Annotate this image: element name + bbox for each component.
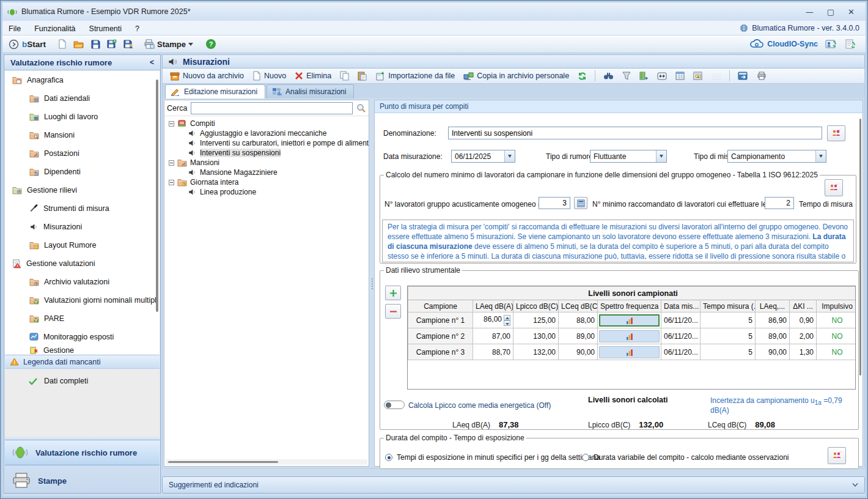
- tree-item-aggiustaggio-e-lavorazioni-meccaniche[interactable]: Aggiustaggio e lavorazioni meccaniche: [167, 128, 369, 138]
- radio-durata-variabile[interactable]: Durata variabile del compito - calcolo m…: [582, 453, 789, 462]
- grid-column-header[interactable]: Data mis...: [661, 300, 701, 312]
- tree-item-interventi-su-carburatori-iniettori-e-po[interactable]: Interventi su carburatori, iniettori e p…: [167, 138, 369, 148]
- refresh-button[interactable]: [575, 70, 589, 82]
- sidebar-item-misurazioni[interactable]: Misurazioni: [5, 218, 160, 236]
- tree-group-giornata-intera[interactable]: Giornata intera: [167, 177, 369, 187]
- sidebar-item-anagrafica[interactable]: Anagrafica: [5, 71, 160, 89]
- data-misurazione-combo[interactable]: 06/11/2025: [451, 150, 515, 163]
- tree-item-linea-produzione[interactable]: Linea produzione: [167, 187, 369, 197]
- grid-column-header[interactable]: ΔKI ...: [790, 300, 817, 312]
- maximize-button[interactable]: ▢: [827, 7, 834, 17]
- status-bar[interactable]: Suggerimenti ed indicazioni: [162, 476, 865, 493]
- spettro-frequenza-button[interactable]: [599, 314, 660, 327]
- radio-on-icon[interactable]: [385, 454, 392, 461]
- nuovo-button[interactable]: Nuovo: [250, 70, 289, 82]
- tipo-misura-combo[interactable]: Campionamento: [727, 150, 826, 163]
- add-row-button[interactable]: [385, 286, 401, 300]
- menu-item-strumenti[interactable]: Strumenti: [89, 24, 122, 33]
- spettro-frequenza-button[interactable]: [599, 330, 660, 342]
- grid-column-header[interactable]: Tempo misura (...: [701, 300, 756, 312]
- durata-workers-button[interactable]: [828, 447, 846, 464]
- sidebar-item-archivio-valutazioni[interactable]: Archivio valutazioni: [5, 273, 160, 291]
- copia-in-archivio-personale-button[interactable]: tCopia in archivio personale: [461, 70, 572, 82]
- sidebar-item-layout-rumore[interactable]: Layout Rumore: [5, 236, 160, 254]
- spettro-frequenza-button[interactable]: [599, 346, 660, 358]
- remove-row-button[interactable]: [385, 304, 401, 319]
- search-icon[interactable]: [356, 103, 366, 113]
- legend-header[interactable]: Legenda dati mancanti: [5, 355, 160, 369]
- paste-button[interactable]: [355, 70, 369, 82]
- table-field-button[interactable]: a: [691, 70, 705, 81]
- chevron-down-icon[interactable]: [852, 481, 858, 489]
- radio-off-icon[interactable]: [582, 454, 589, 461]
- sidebar-collapse-icon[interactable]: <: [150, 58, 154, 67]
- tree-item-mansione-magazziniere[interactable]: Mansione Magazziniere: [167, 168, 369, 177]
- save-button[interactable]: [91, 40, 100, 49]
- print-button[interactable]: [754, 70, 769, 81]
- grid-column-header[interactable]: LCeq dB(C): [559, 300, 598, 312]
- spinner[interactable]: [504, 315, 510, 326]
- sidebar-item-dipendenti[interactable]: Dipendenti: [5, 163, 160, 181]
- close-button[interactable]: ✕: [848, 7, 855, 17]
- sidebar-item-gestione-rilievi[interactable]: Gestione rilievi: [5, 181, 160, 199]
- nuovo-da-archivio-button[interactable]: Nuovo da archivio: [167, 70, 246, 82]
- denominazione-lookup-button[interactable]: [827, 125, 845, 141]
- sidebar-item-luoghi-di-lavoro[interactable]: Luoghi di lavoro: [5, 108, 160, 126]
- radio-tempi-esposizione[interactable]: Tempi di esposizione in minuti specifici…: [385, 453, 600, 462]
- grid-row[interactable]: Campione n° 2 87,00 130,00 89,00 06/11/2…: [408, 328, 856, 344]
- grid-column-header[interactable]: LAeq dB(A): [473, 300, 513, 312]
- sync-document-button[interactable]: [845, 39, 856, 50]
- tree-expander-icon[interactable]: [169, 180, 174, 185]
- sidebar-item-valutazioni-giorni-nominali-multipli[interactable]: Valutazioni giorni nominali multipli: [5, 291, 160, 309]
- sync-profile-button[interactable]: [825, 39, 837, 50]
- menu-item-help[interactable]: ?: [135, 24, 139, 33]
- save-user-button[interactable]: [123, 39, 133, 49]
- laeq-cell[interactable]: 86,00: [473, 312, 513, 328]
- sidebar-item-postazioni[interactable]: Postazioni: [5, 144, 160, 163]
- nav-stampe[interactable]: Stampe: [5, 468, 160, 493]
- tree-group-compiti[interactable]: Compiti: [167, 119, 369, 128]
- sidebar-item-gestione-valutazioni[interactable]: Gestione valutazioni: [5, 254, 160, 273]
- rows-dotted-button[interactable]: [709, 71, 724, 81]
- tipo-rumore-combo[interactable]: Fluttuante: [590, 150, 667, 163]
- minimize-button[interactable]: —: [806, 7, 814, 17]
- folder-open-button[interactable]: [73, 40, 84, 49]
- doc-new-button[interactable]: [58, 39, 67, 49]
- elimina-button[interactable]: Elimina: [292, 70, 334, 81]
- sidebar-item-strumenti-di-misura[interactable]: Strumenti di misura: [5, 199, 160, 218]
- grid-column-header[interactable]: Lpicco dB(C): [513, 300, 559, 312]
- sidebar-scrollbar[interactable]: [156, 79, 158, 312]
- menu-item-funzionalit[interactable]: Funzionalità: [34, 24, 75, 33]
- nmin-input[interactable]: [765, 197, 794, 209]
- grid-export-button[interactable]: [637, 70, 651, 82]
- grid-row[interactable]: Campione n° 1 86,00 125,00 88,00 06/11/2…: [408, 312, 856, 328]
- tree-group-mansioni[interactable]: Mansioni: [167, 158, 369, 168]
- menu-item-file[interactable]: File: [9, 24, 21, 33]
- grid-column-header[interactable]: Spettro frequenza: [598, 300, 661, 312]
- grid-column-header[interactable]: Campione: [408, 300, 473, 312]
- sidebar-item-monitoraggio-esposti[interactable]: Monitoraggio esposti: [5, 328, 160, 346]
- laeq-cell[interactable]: 87,00: [473, 328, 513, 344]
- ng-input[interactable]: [539, 197, 570, 209]
- laeq-cell[interactable]: 88,70: [473, 344, 513, 360]
- importazione-da-file-button[interactable]: Importazione da file: [373, 70, 457, 82]
- sidebar-item-gestione[interactable]: Gestione: [5, 346, 160, 354]
- grid-column-header[interactable]: Impulsivo: [817, 300, 856, 312]
- sidebar-item-pare[interactable]: PARE: [5, 309, 160, 328]
- search-input[interactable]: [191, 102, 353, 114]
- save-add-button[interactable]: [107, 39, 117, 49]
- export-panel-button[interactable]: [735, 70, 751, 81]
- stampe-button[interactable]: Stampe: [144, 39, 193, 49]
- tree-hscrollbar[interactable]: [166, 459, 367, 465]
- lpicco-toggle[interactable]: [384, 401, 405, 409]
- denominazione-input[interactable]: [448, 127, 822, 139]
- table-button[interactable]: [673, 70, 687, 81]
- nav-valutazione-rischio-rumore[interactable]: Valutazione rischio rumore: [5, 440, 160, 465]
- col-width-button[interactable]: [655, 71, 669, 81]
- tab-editazione-misurazioni[interactable]: Editazione misurazioni: [165, 84, 265, 98]
- calcolo-workers-button[interactable]: [825, 179, 843, 196]
- help-button[interactable]: ?: [205, 39, 216, 50]
- tree-expander-icon[interactable]: [169, 160, 174, 166]
- sidebar-item-mansioni[interactable]: Mansioni: [5, 126, 160, 144]
- tab-analisi-misurazioni[interactable]: Analisi misurazioni: [267, 84, 354, 98]
